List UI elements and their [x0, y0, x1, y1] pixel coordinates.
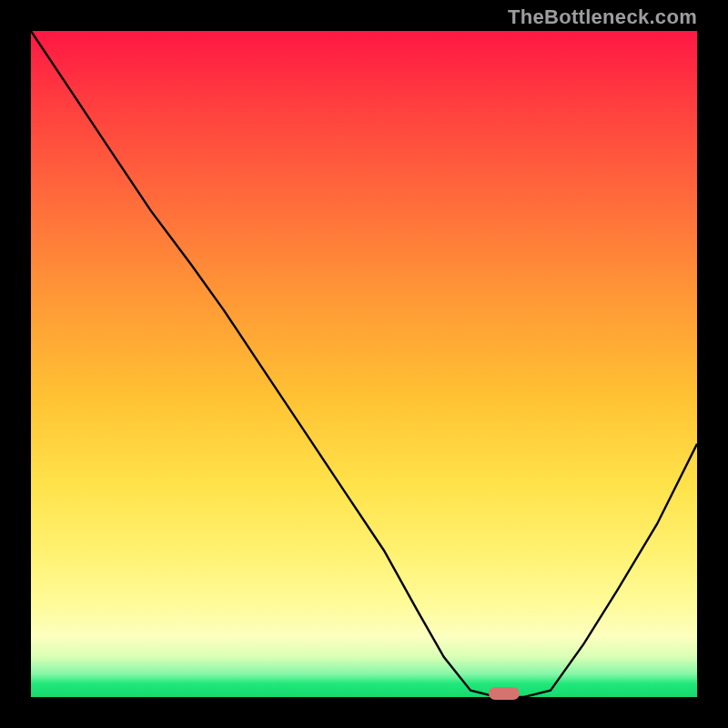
bottleneck-curve [31, 31, 697, 697]
watermark-text: TheBottleneck.com [508, 5, 697, 29]
plot-area [31, 31, 697, 697]
chart-frame: { "watermark": "TheBottleneck.com", "col… [0, 0, 728, 728]
optimal-marker [489, 687, 520, 700]
